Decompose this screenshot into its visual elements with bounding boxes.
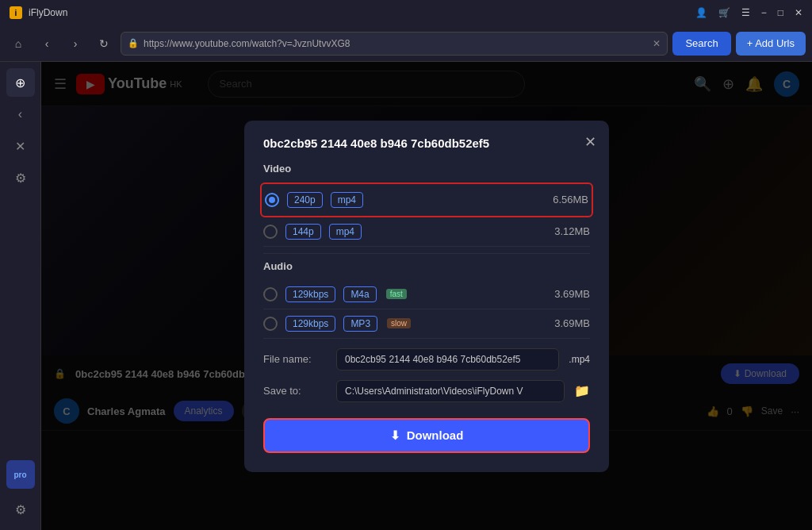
cart-icon[interactable]: 🛒	[718, 7, 730, 18]
file-name-value[interactable]: 0bc2cb95 2144 40e8 b946 7cb60db52ef5	[336, 348, 559, 371]
video-section-label: Video	[263, 163, 590, 175]
save-to-value[interactable]: C:\Users\Administrator\Videos\iFlyDown V	[336, 380, 565, 402]
lock-icon: 🔒	[128, 38, 139, 48]
radio-144p[interactable]	[263, 225, 278, 239]
close-button[interactable]: ✕	[795, 7, 802, 18]
title-bar: i iFlyDown 👤 🛒 ☰ − □ ✕	[0, 0, 812, 25]
forward-button[interactable]: ›	[63, 32, 87, 56]
download-modal: 0bc2cb95 2144 40e8 b946 7cb60db52ef5 ✕ V…	[244, 121, 609, 472]
container-tag-mp4-1: mp4	[331, 192, 363, 208]
modal-title: 0bc2cb95 2144 40e8 b946 7cb60db52ef5	[263, 136, 590, 150]
container-tag-mp4-2: mp4	[329, 224, 362, 240]
pro-badge[interactable]: pro	[6, 460, 35, 489]
audio-format-row-1[interactable]: 129kbps M4a fast 3.69MB	[263, 280, 590, 309]
save-to-label: Save to:	[263, 385, 327, 397]
radio-inner-240p	[269, 197, 275, 203]
home-button[interactable]: ⌂	[6, 32, 30, 56]
app-title: iFlyDown	[29, 7, 67, 18]
audio-format-row-2[interactable]: 129kbps MP3 slow 3.69MB	[263, 309, 590, 339]
user-icon[interactable]: 👤	[695, 7, 707, 18]
radio-240p[interactable]	[265, 193, 279, 207]
sidebar-icon-extra[interactable]: ⚙	[6, 495, 35, 524]
title-bar-right: 👤 🛒 ☰ − □ ✕	[695, 7, 802, 18]
sidebar: ⊕ ‹ ✕ ⚙ pro ⚙	[0, 62, 41, 530]
refresh-button[interactable]: ↻	[92, 32, 116, 56]
file-ext: .mp4	[569, 354, 590, 365]
size-m4a: 3.69MB	[554, 288, 590, 300]
save-to-row: Save to: C:\Users\Administrator\Videos\i…	[263, 380, 590, 402]
sidebar-icon-back[interactable]: ‹	[6, 100, 35, 129]
search-button[interactable]: Search	[672, 32, 730, 56]
slow-badge: slow	[387, 318, 411, 328]
modal-download-button[interactable]: ⬇ Download	[263, 418, 590, 453]
container-tag-mp3: MP3	[343, 316, 377, 332]
url-text: https://www.youtube.com/watch?v=JvznUtvv…	[144, 38, 648, 49]
modal-close-button[interactable]: ✕	[584, 133, 596, 151]
bitrate-tag-1: 129kbps	[285, 286, 335, 302]
file-name-label: File name:	[263, 353, 327, 365]
download-main-icon: ⬇	[390, 428, 400, 443]
add-urls-button[interactable]: + Add Urls	[736, 32, 806, 56]
bitrate-tag-2: 129kbps	[285, 316, 335, 332]
nav-bar: ⌂ ‹ › ↻ 🔒 https://www.youtube.com/watch?…	[0, 25, 812, 62]
container-tag-m4a: M4a	[343, 286, 376, 302]
folder-browse-button[interactable]: 📁	[574, 383, 590, 398]
size-144p: 3.12MB	[554, 225, 590, 237]
resolution-tag-144p: 144p	[285, 224, 321, 240]
audio-section-label: Audio	[263, 260, 590, 272]
size-mp3: 3.69MB	[554, 317, 590, 329]
minimize-button[interactable]: −	[761, 7, 767, 18]
size-240p: 6.56MB	[553, 194, 588, 205]
url-bar: 🔒 https://www.youtube.com/watch?v=JvznUt…	[121, 32, 668, 56]
fast-badge: fast	[386, 289, 407, 299]
title-bar-left: i iFlyDown	[10, 6, 67, 19]
download-main-label: Download	[407, 428, 464, 442]
back-button[interactable]: ‹	[35, 32, 59, 56]
clear-url-icon[interactable]: ✕	[653, 38, 661, 49]
main-content: ☰ ▶ YouTube HK Search 🔍 ⊕ 🔔 C 🔒 0bc2cb95…	[41, 62, 812, 530]
sidebar-icon-add[interactable]: ⊕	[6, 68, 35, 97]
app-icon: i	[10, 6, 22, 19]
video-format-row-2[interactable]: 144p mp4 3.12MB	[263, 217, 590, 247]
modal-overlay: 0bc2cb95 2144 40e8 b946 7cb60db52ef5 ✕ V…	[41, 62, 812, 530]
maximize-button[interactable]: □	[778, 7, 783, 18]
resolution-tag-240p: 240p	[287, 192, 323, 208]
section-divider	[263, 253, 590, 254]
menu-icon[interactable]: ☰	[741, 7, 750, 18]
radio-m4a[interactable]	[263, 287, 278, 301]
sidebar-icon-remove[interactable]: ✕	[6, 132, 35, 160]
radio-mp3[interactable]	[263, 317, 278, 331]
sidebar-icon-settings[interactable]: ⚙	[6, 163, 35, 192]
file-name-row: File name: 0bc2cb95 2144 40e8 b946 7cb60…	[263, 348, 590, 371]
video-format-selected-wrapper: 240p mp4 6.56MB	[260, 182, 593, 217]
video-format-row-1[interactable]: 240p mp4 6.56MB	[265, 186, 588, 214]
